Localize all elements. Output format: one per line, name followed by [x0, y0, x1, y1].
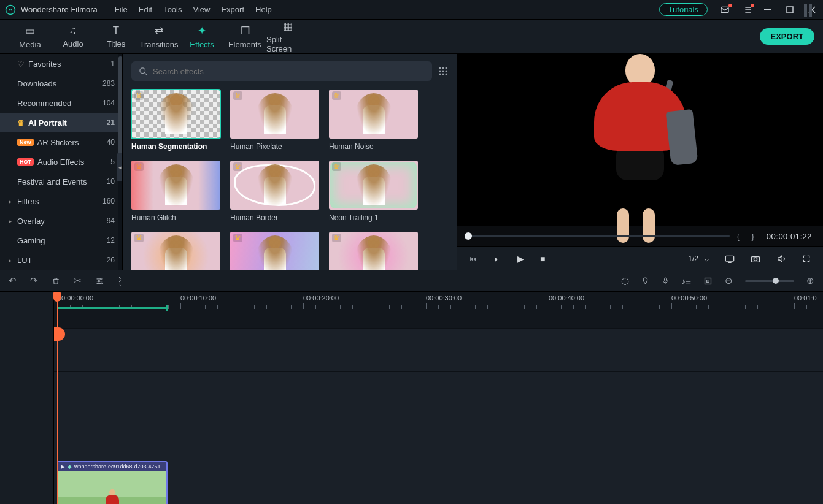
menu-view[interactable]: View [193, 5, 210, 14]
timeline-ruler[interactable]: 00:00:00:0000:00:10:0000:00:20:0000:00:3… [54, 292, 823, 309]
ruler-label: 00:00:40:00 [549, 294, 584, 302]
menu-export[interactable]: Export [221, 5, 244, 14]
preview-viewer[interactable] [457, 54, 823, 226]
effect-thumb[interactable]: ♛ [131, 90, 220, 139]
tab-audio[interactable]: ♫Audio [52, 25, 95, 48]
effect-thumb[interactable]: ♛ [131, 232, 220, 270]
clip-play-icon: ▶ [61, 464, 65, 470]
volume-icon[interactable] [776, 254, 786, 264]
effect-card[interactable]: ♛ [230, 232, 319, 270]
sidebar-item-downloads[interactable]: Downloads283 [0, 74, 122, 93]
effect-card[interactable]: ♛Human Pixelate [230, 90, 319, 151]
play-icon[interactable]: ▶ [517, 254, 524, 264]
svg-point-4 [140, 67, 145, 73]
adjust-icon[interactable] [95, 277, 104, 286]
stop-icon[interactable]: ■ [540, 254, 545, 264]
sidebar-item-ai-portrait[interactable]: ♛AI Portrait21 [0, 113, 122, 132]
tab-transitions[interactable]: ⇄Transitions [137, 25, 180, 49]
preview-progress-row: { } 00:00:01:22 [457, 226, 823, 246]
effect-card[interactable]: ♛Neon Trailing 1 [329, 161, 418, 222]
ruler-label: 00:00:50:00 [671, 294, 707, 302]
menu-file[interactable]: File [115, 5, 128, 14]
sidebar-item-recommended[interactable]: Recommended104 [0, 93, 122, 113]
effect-thumb[interactable]: ♛ [230, 232, 319, 270]
delete-icon[interactable] [52, 277, 60, 286]
timeline-clip[interactable]: ▶◆wondershare-ec91dd68-d703-4751- [57, 461, 168, 504]
sidebar-item-label: Gaming [17, 236, 45, 245]
effect-thumb[interactable]: ♛ [131, 161, 220, 210]
sidebar-item-count: 104 [102, 99, 115, 107]
export-button[interactable]: EXPORT [760, 28, 814, 45]
sidebar-item-audio-effects[interactable]: HOTAudio Effects5 [0, 152, 122, 172]
sidebar-item-filters[interactable]: ▸Filters160 [0, 191, 122, 211]
split-icon[interactable]: ✂ [74, 275, 82, 286]
search-input[interactable] [153, 67, 425, 76]
grid-view-icon[interactable] [438, 66, 448, 76]
track-row[interactable]: ▸3🔓👁 [0, 372, 823, 414]
sidebar-item-gaming[interactable]: Gaming12 [0, 231, 122, 250]
effect-thumb[interactable]: ♛ [329, 232, 418, 270]
effect-card[interactable]: ♛Human Noise [329, 90, 418, 151]
sidebar-item-ar-stickers[interactable]: NewAR Stickers40 [0, 132, 122, 152]
sidebar-item-overlay[interactable]: ▸Overlay94 [0, 211, 122, 231]
menu-help[interactable]: Help [255, 5, 272, 14]
prev-frame-icon[interactable]: ⏮ [469, 254, 477, 263]
crop-icon[interactable] [703, 277, 713, 286]
play-pause-icon[interactable]: ⏯ [493, 254, 501, 264]
sidebar-item-festival-and-events[interactable]: Festival and Events10 [0, 172, 122, 191]
effect-card[interactable]: ♛ [329, 232, 418, 270]
sidebar-item-count: 12 [107, 236, 115, 245]
render-icon[interactable]: ◌ [621, 275, 629, 286]
window-maximize-icon[interactable] [786, 6, 796, 13]
record-voice-icon[interactable] [662, 276, 669, 286]
effect-label: Human Noise [329, 142, 418, 151]
in-out-region[interactable] [57, 307, 168, 309]
effect-thumb[interactable]: ♛ [230, 161, 319, 210]
zoom-out-icon[interactable]: ⊖ [725, 275, 733, 286]
ruler-label: 00:00:10:00 [180, 294, 216, 302]
track-row[interactable]: ▸4🔓👁 [0, 329, 823, 372]
preview-progress-bar[interactable] [468, 235, 730, 237]
marker-icon[interactable] [641, 277, 649, 286]
sidebar-item-lut[interactable]: ▸LUT26 [0, 250, 122, 270]
audio-wave-icon[interactable]: ⦚ [118, 276, 123, 286]
window-minimize-icon[interactable] [764, 6, 774, 13]
messages-icon[interactable] [720, 5, 730, 15]
tab-elements[interactable]: ❐Elements [223, 25, 266, 49]
audio-mixer-icon[interactable]: ♪≡ [681, 276, 691, 286]
tasks-icon[interactable] [742, 5, 752, 15]
effect-thumb[interactable]: ♛ [230, 90, 319, 139]
sidebar-item-label: AI Portrait [28, 118, 67, 128]
playhead[interactable] [57, 292, 58, 504]
tab-splitscreen[interactable]: ▦Split Screen [266, 20, 309, 53]
tab-label: Transitions [139, 40, 178, 49]
effect-thumb[interactable]: ♛ [329, 161, 418, 210]
redo-icon[interactable]: ↷ [30, 275, 38, 286]
effect-thumb[interactable]: ♛ [329, 90, 418, 139]
menu-edit[interactable]: Edit [139, 5, 152, 14]
undo-icon[interactable]: ↶ [9, 275, 17, 286]
effect-card[interactable]: ♛Human Glitch [131, 161, 220, 222]
tab-titles[interactable]: TTitles [95, 25, 137, 48]
sidebar-collapse-handle[interactable]: ◂ [117, 153, 123, 181]
tab-media[interactable]: ▭Media [9, 25, 52, 49]
effect-card[interactable]: ♛Human Border [230, 161, 319, 222]
svg-point-10 [446, 71, 447, 72]
snapshot-icon[interactable] [751, 254, 760, 263]
search-effects-box[interactable] [131, 61, 432, 81]
tutorials-button[interactable]: Tutorials [659, 3, 708, 16]
timeline-layout-icon[interactable] [804, 4, 812, 17]
effect-card[interactable]: ♛ [131, 232, 220, 270]
svg-point-11 [439, 74, 441, 75]
zoom-slider[interactable] [745, 280, 794, 282]
fullscreen-icon[interactable] [802, 254, 811, 263]
menu-tools[interactable]: Tools [163, 5, 182, 14]
display-icon[interactable] [725, 254, 735, 263]
preview-ratio-dropdown[interactable]: 1/2⌵ [688, 254, 709, 263]
sidebar-item-favorites[interactable]: ♡Favorites1 [0, 54, 122, 74]
track-row[interactable]: ▸2🔓👁 [0, 414, 823, 457]
tab-effects[interactable]: ✦Effects [180, 25, 223, 49]
crown-icon: ♛ [332, 91, 341, 100]
effect-card[interactable]: ♛Human Segmentation [131, 90, 220, 151]
zoom-in-icon[interactable]: ⊕ [806, 275, 814, 286]
